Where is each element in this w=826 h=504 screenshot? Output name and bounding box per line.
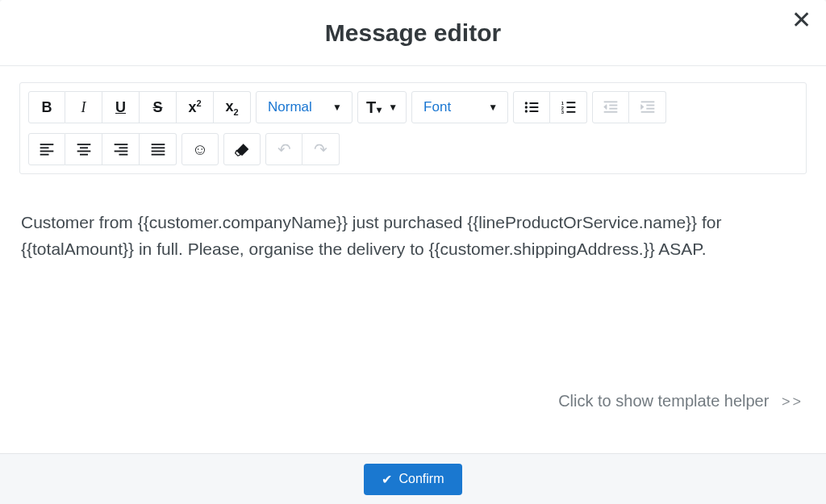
modal-title: Message editor [325, 19, 501, 47]
indent-button[interactable] [629, 91, 666, 123]
message-content-input[interactable]: Customer from {{customer.companyName}} j… [19, 174, 807, 384]
numbered-list-button[interactable]: 1 2 3 [550, 91, 587, 123]
align-justify-button[interactable] [140, 133, 177, 165]
strikethrough-icon: S [152, 99, 162, 116]
paragraph-style-value: Normal [268, 99, 312, 115]
align-center-button[interactable] [65, 133, 102, 165]
close-icon[interactable]: ✕ [791, 8, 811, 32]
underline-button[interactable]: U [102, 91, 140, 123]
align-left-button[interactable] [28, 133, 65, 165]
toolbar-group-font-size: T▾ ▼ [357, 91, 407, 123]
font-family-select[interactable]: Font ▼ [411, 91, 508, 123]
confirm-button-label: Confirm [398, 472, 444, 486]
template-helper-label: Click to show template helper [558, 392, 769, 410]
chevron-down-icon: ▼ [488, 102, 498, 113]
font-family-value: Font [423, 99, 451, 115]
underline-icon: U [115, 99, 126, 116]
indent-icon [640, 99, 656, 115]
svg-point-0 [525, 102, 528, 104]
emoji-icon: ☺ [192, 140, 208, 159]
toolbar-group-text-style: B I U S x2 x2 [28, 91, 251, 123]
subscript-icon: x2 [225, 98, 238, 117]
bold-icon: B [42, 99, 52, 116]
toolbar-group-indent [592, 91, 666, 123]
editor-toolbar: B I U S x2 x2 Normal ▼ [25, 88, 801, 169]
chevron-right-icon: >> [782, 394, 803, 410]
italic-button[interactable]: I [65, 91, 102, 123]
align-right-icon [113, 141, 129, 157]
font-size-select[interactable]: T▾ ▼ [357, 91, 407, 123]
outdent-button[interactable] [592, 91, 629, 123]
confirm-button[interactable]: ✔ Confirm [364, 464, 461, 495]
toolbar-group-align [28, 133, 177, 165]
outdent-icon [603, 99, 619, 115]
bullet-list-icon [524, 99, 540, 115]
template-helper-toggle[interactable]: Click to show template helper >> [19, 384, 807, 422]
modal-footer: ✔ Confirm [0, 453, 826, 504]
bullet-list-button[interactable] [513, 91, 550, 123]
redo-button[interactable]: ↷ [302, 133, 340, 165]
toolbar-group-paragraph-style: Normal ▼ [256, 91, 353, 123]
align-left-icon [39, 141, 55, 157]
align-right-button[interactable] [102, 133, 140, 165]
modal-body: B I U S x2 x2 Normal ▼ [0, 66, 826, 453]
toolbar-group-history: ↶ ↷ [265, 133, 340, 165]
message-editor-modal: Message editor ✕ B I U S x2 x2 Normal [0, 0, 826, 504]
editor-panel: B I U S x2 x2 Normal ▼ [19, 82, 807, 174]
toolbar-group-font-family: Font ▼ [411, 91, 508, 123]
align-center-icon [76, 141, 92, 157]
check-icon: ✔ [382, 472, 392, 487]
svg-text:3: 3 [561, 110, 564, 115]
align-justify-icon [150, 141, 166, 157]
superscript-icon: x2 [188, 98, 201, 116]
strikethrough-button[interactable]: S [140, 91, 177, 123]
italic-icon: I [81, 99, 86, 116]
numbered-list-icon: 1 2 3 [561, 99, 577, 115]
svg-point-2 [525, 106, 528, 108]
toolbar-group-lists: 1 2 3 [513, 91, 587, 123]
svg-point-4 [525, 110, 528, 112]
toolbar-group-erase [223, 133, 261, 165]
subscript-button[interactable]: x2 [214, 91, 251, 123]
modal-header: Message editor ✕ [0, 0, 826, 66]
toolbar-group-emoji: ☺ [181, 133, 219, 165]
bold-button[interactable]: B [28, 91, 65, 123]
emoji-button[interactable]: ☺ [181, 133, 219, 165]
eraser-icon [234, 141, 250, 157]
paragraph-style-select[interactable]: Normal ▼ [256, 91, 353, 123]
undo-icon: ↶ [277, 140, 291, 159]
redo-icon: ↷ [314, 140, 327, 159]
font-size-icon: T▾ [366, 98, 382, 117]
chevron-down-icon: ▼ [388, 102, 398, 113]
chevron-down-icon: ▼ [332, 102, 342, 113]
undo-button[interactable]: ↶ [265, 133, 302, 165]
superscript-button[interactable]: x2 [177, 91, 214, 123]
clear-formatting-button[interactable] [223, 133, 261, 165]
